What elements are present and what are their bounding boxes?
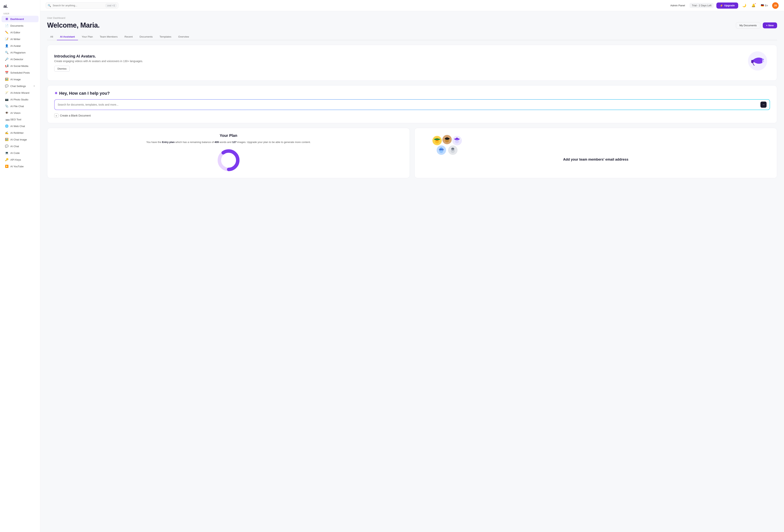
tab-recent[interactable]: Recent [121,33,136,40]
sidebar-label-ai-writer: AI Writer [10,38,20,40]
sidebar-item-ai-social-media[interactable]: 📢AI Social Media [2,63,38,69]
sidebar: ai. USER ⊞Dashboard📄Documents✏️AI Editor… [0,0,40,532]
sidebar-item-seo-tool[interactable]: SEOSEO Tool [2,116,38,123]
ai-youtube-icon: ▶️ [5,165,8,168]
donut-chart [216,148,241,173]
sidebar-item-documents[interactable]: 📄Documents [2,22,38,29]
tab-documents[interactable]: Documents [136,33,156,40]
team-avatar-1 [432,135,442,146]
notifications-button[interactable]: 🔔 [750,2,757,9]
sidebar-item-ai-file-chat[interactable]: 📎AI File Chat [2,103,38,109]
svg-point-3 [763,61,764,62]
create-blank-document-button[interactable]: + Create a Blank Document [54,113,770,118]
sidebar-item-dashboard[interactable]: ⊞Dashboard [2,16,38,22]
sidebar-label-ai-chat-image: AI Chat Image [10,138,27,141]
svg-rect-14 [445,138,449,140]
tabs-bar: AllAI AssistantYour PlanTeam MembersRece… [47,33,777,40]
language-selector[interactable]: 🇩🇪 En [759,3,769,8]
tab-templates[interactable]: Templates [157,33,174,40]
sidebar-logo: ai. [0,2,40,12]
avatar-5-icon [448,145,457,156]
ai-chat-icon: 💬 [5,144,8,148]
breadcrumb: User Dashboard [47,17,777,19]
svg-rect-1 [751,60,754,63]
sidebar-item-ai-chat-image[interactable]: 🖼️AI Chat Image [2,136,38,143]
sidebar-section-label: USER [0,12,40,16]
sidebar-label-ai-avatar: AI Avatar [10,45,21,47]
my-documents-button[interactable]: My Documents [736,22,760,29]
tab-all[interactable]: All [47,33,56,40]
sidebar-item-ai-chat[interactable]: 💬AI Chat [2,143,38,149]
sidebar-label-ai-chat: AI Chat [10,145,19,148]
notification-dot [755,3,756,4]
sidebar-item-ai-vision[interactable]: 👁️AI Vision [2,110,38,116]
ai-search-input[interactable] [58,103,760,106]
plan-card: Your Plan You have the Entry plan which … [47,128,410,178]
banner-card: Introducing AI Avatars. Create engaging … [47,45,777,81]
sidebar-label-ai-article-wizard: AI Article Wizard [10,91,29,94]
team-avatars-group [421,133,771,155]
sidebar-item-ai-code[interactable]: 💻AI Code [2,150,38,156]
sidebar-label-ai-social-media: AI Social Media [10,64,28,67]
sidebar-item-ai-photo-studio[interactable]: 📷AI Photo Studio [2,96,38,103]
sidebar-item-ai-article-wizard[interactable]: 🪄AI Article Wizard [2,89,38,96]
seo-tool-icon: SEO [5,118,8,121]
user-avatar[interactable]: JS [772,2,779,9]
plus-icon: + [54,113,58,118]
donut-chart-container [53,148,403,173]
images-count: 127 [232,141,236,143]
ai-rewriter-icon: ✍️ [5,131,8,135]
admin-panel-button[interactable]: Admin Panel [669,3,687,8]
sidebar-item-ai-rewriter[interactable]: ✍️AI ReWriter [2,130,38,136]
topnav: 🔍 cmd + E Admin Panel Trial - 2 Days Lef… [40,0,784,11]
avatar-2-icon [442,134,452,145]
sidebar-item-ai-web-chat[interactable]: 🌐AI Web Chat [2,123,38,129]
banner-text: Introducing AI Avatars. Create engaging … [54,54,143,72]
plan-name: Entry plan [162,141,175,143]
ai-code-icon: 💻 [5,151,8,155]
sidebar-item-ai-image[interactable]: 🖼️AI Image [2,76,38,83]
upgrade-label: Upgrade [724,4,735,7]
team-card-title: Add your team members' email address [421,158,771,162]
new-button[interactable]: + New [763,22,777,28]
topnav-right: Admin Panel Trial - 2 Days Left ⚡ Upgrad… [669,2,779,9]
ai-help-title-text: Hey, How can I help you? [59,91,110,96]
sidebar-item-ai-plagiarism[interactable]: 🔍AI Plagiarism [2,49,38,56]
page-title-actions: My Documents + New [736,22,777,29]
ai-chat-image-icon: 🖼️ [5,138,8,141]
page-title-row: Welcome, Maria. My Documents + New [47,21,777,29]
tab-your-plan[interactable]: Your Plan [79,33,96,40]
tab-ai-assistant[interactable]: AI Assistant [57,33,78,40]
search-kbd: cmd + E [106,4,116,7]
sidebar-label-ai-web-chat: AI Web Chat [10,125,25,128]
ai-image-icon: 🖼️ [5,78,8,81]
sidebar-label-ai-detector: AI Detector [10,58,23,61]
documents-icon: 📄 [5,24,8,27]
sidebar-item-ai-editor[interactable]: ✏️AI Editor [2,29,38,36]
sidebar-label-chat-settings: Chat Settings [10,85,26,88]
tab-overview[interactable]: Overview [175,33,192,40]
svg-point-19 [456,138,458,139]
ai-plagiarism-icon: 🔍 [5,51,8,54]
avatar-1-icon [432,135,442,146]
dark-mode-button[interactable]: 🌙 [741,2,748,9]
chat-settings-plus-button[interactable]: + [33,84,35,88]
upgrade-button[interactable]: ⚡ Upgrade [717,2,738,9]
bottom-cards-row: Your Plan You have the Entry plan which … [47,128,777,178]
ai-social-media-icon: 📢 [5,64,8,68]
sidebar-item-ai-detector[interactable]: 🔎AI Detector [2,56,38,62]
sidebar-item-api-keys[interactable]: 🔑API Keys [2,157,38,163]
dismiss-button[interactable]: Dismiss [54,66,70,72]
sidebar-item-chat-settings[interactable]: 💬Chat Settings+ [2,83,38,89]
ai-photo-studio-icon: 📷 [5,98,8,101]
ai-search-submit-button[interactable]: → [760,102,766,108]
tab-team-members[interactable]: Team Members [97,33,121,40]
sidebar-item-ai-writer[interactable]: 📝AI Writer [2,36,38,43]
ai-web-chat-icon: 🌐 [5,124,8,128]
ai-writer-icon: 📝 [5,37,8,41]
page-title: Welcome, Maria. [47,21,100,29]
sidebar-item-ai-avatar[interactable]: 👤AI Avatar [2,43,38,49]
sidebar-item-ai-youtube[interactable]: ▶️AI YouTube [2,163,38,170]
team-card: Add your team members' email address [414,128,777,178]
sidebar-item-scheduled-posts[interactable]: 📅Scheduled Posts [2,69,38,76]
